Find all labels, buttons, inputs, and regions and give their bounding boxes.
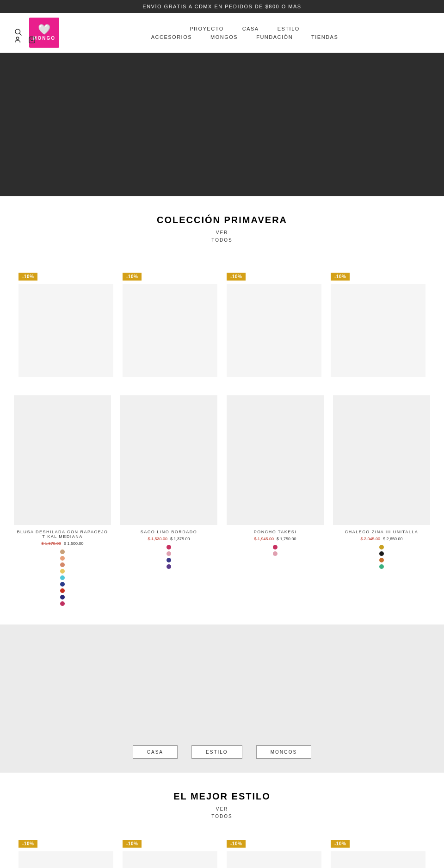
color-swatch[interactable] (60, 595, 65, 599)
logo-brand: MONGO (33, 36, 56, 41)
swatches-3 (227, 545, 324, 556)
bottom-image-4 (331, 851, 426, 868)
detail-prices-3: $ 1,945.00 $ 1,750.00 (227, 537, 324, 541)
swatches-2 (120, 545, 217, 569)
price-sale-2: $ 1,375.00 (170, 537, 190, 541)
nav-accesorios[interactable]: ACCESORIOS (151, 34, 192, 40)
color-swatch[interactable] (60, 575, 65, 580)
price-original-3: $ 1,945.00 (254, 537, 274, 541)
detail-prices-2: $ 1,530.00 $ 1,375.00 (120, 537, 217, 541)
detail-prices-4: $ 2,945.00 $ 2,650.00 (333, 537, 430, 541)
logo-icon: 🤍 (38, 25, 50, 35)
header-icons (14, 36, 36, 45)
detail-prices-1: $ 1,670.00 $ 1,500.00 (14, 541, 111, 546)
product-card-3[interactable]: -10% (222, 267, 326, 381)
product-card-1[interactable]: -10% (14, 267, 118, 381)
bottom-card-4[interactable]: -10% (326, 834, 430, 868)
bottom-card-1[interactable]: -10% (14, 834, 118, 868)
nav-fundacion[interactable]: FUNDACIÓN (256, 34, 293, 40)
svg-line-1 (19, 33, 21, 35)
bottom-image-3 (227, 851, 321, 868)
category-mongos-btn[interactable]: MONGOS (256, 745, 312, 759)
color-swatch[interactable] (379, 564, 384, 569)
detail-card-2[interactable]: SACO LINO BORDADO $ 1,530.00 $ 1,375.00 (120, 395, 217, 569)
detail-image-3 (227, 395, 324, 525)
collection-title: COLECCIÓN PRIMAVERA (14, 215, 430, 225)
discount-badge-1: -10% (18, 273, 37, 281)
products-detail-row: BLUSA DESHILADA CON RAPACEJO TIKAL MEDIA… (14, 395, 430, 606)
announcement-text: ENVÍO GRATIS A CDMX EN PEDIDOS DE $800 O… (142, 4, 301, 9)
categories-section: CASA ESTILO MONGOS (0, 624, 444, 773)
ver-todos-line1: VER (14, 229, 430, 237)
bottom-image-1 (18, 851, 113, 868)
swatches-4 (333, 545, 430, 569)
ver-todos-style-line1: VER (14, 806, 430, 813)
ver-todos-collection[interactable]: VER TODOS (14, 229, 430, 244)
product-image-4 (331, 284, 426, 377)
price-sale-4: $ 2,650.00 (383, 537, 403, 541)
ver-todos-line2: TODOS (14, 237, 430, 244)
detail-name-1: BLUSA DESHILADA CON RAPACEJO TIKAL MEDIA… (14, 530, 111, 539)
color-swatch[interactable] (166, 558, 171, 562)
nav-row-1: PROYECTO CASA ESTILO (190, 26, 300, 31)
account-icon[interactable] (14, 36, 21, 45)
color-swatch[interactable] (273, 551, 278, 556)
color-swatch[interactable] (60, 562, 65, 567)
collection-product-grid: -10% -10% -10% -10% (0, 258, 444, 391)
color-swatch[interactable] (60, 556, 65, 561)
color-swatch[interactable] (379, 545, 384, 550)
ver-todos-style[interactable]: VER TODOS (14, 806, 430, 820)
nav-proyecto[interactable]: PROYECTO (190, 26, 224, 31)
price-sale-1: $ 1,500.00 (64, 541, 84, 546)
category-casa-btn[interactable]: CASA (133, 745, 178, 759)
color-swatch[interactable] (273, 545, 278, 550)
bottom-card-3[interactable]: -10% (222, 834, 326, 868)
product-card-2[interactable]: -10% (118, 267, 222, 381)
detail-card-4[interactable]: CHALECO ZINA III UNITALLA $ 2,945.00 $ 2… (333, 395, 430, 569)
ver-todos-style-line2: TODOS (14, 813, 430, 820)
color-swatch[interactable] (379, 558, 384, 562)
hero-banner (0, 53, 444, 196)
detail-image-2 (120, 395, 217, 525)
best-style-section: EL MEJOR ESTILO VER TODOS (0, 773, 444, 830)
bottom-card-2[interactable]: -10% (118, 834, 222, 868)
color-swatch[interactable] (60, 601, 65, 606)
category-estilo-btn[interactable]: ESTILO (191, 745, 242, 759)
detail-name-4: CHALECO ZINA III UNITALLA (333, 530, 430, 534)
detail-card-3[interactable]: PONCHO TAKESI $ 1,945.00 $ 1,750.00 (227, 395, 324, 556)
color-swatch[interactable] (379, 551, 384, 556)
product-card-4[interactable]: -10% (326, 267, 430, 381)
color-swatch[interactable] (166, 545, 171, 550)
nav-row-2: ACCESORIOS MONGOS FUNDACIÓN TIENDAS (151, 34, 339, 40)
detail-image-4 (333, 395, 430, 525)
discount-badge-4: -10% (331, 273, 350, 281)
color-swatch[interactable] (60, 550, 65, 554)
swatches-1 (14, 550, 111, 606)
discount-badge-2: -10% (123, 273, 142, 281)
cart-icon[interactable] (28, 36, 36, 45)
price-sale-3: $ 1,750.00 (277, 537, 296, 541)
price-original-1: $ 1,670.00 (41, 541, 61, 546)
color-swatch[interactable] (60, 569, 65, 574)
svg-point-2 (16, 37, 18, 39)
bottom-badge-4: -10% (331, 840, 350, 848)
products-detail-section: BLUSA DESHILADA CON RAPACEJO TIKAL MEDIA… (0, 391, 444, 624)
nav-estilo[interactable]: ESTILO (278, 26, 300, 31)
bottom-badge-3: -10% (227, 840, 246, 848)
svg-point-0 (15, 29, 20, 34)
color-swatch[interactable] (166, 551, 171, 556)
product-image-1 (18, 284, 113, 377)
color-swatch[interactable] (60, 582, 65, 587)
price-original-4: $ 2,945.00 (360, 537, 380, 541)
detail-name-3: PONCHO TAKESI (227, 530, 324, 534)
color-swatch[interactable] (60, 588, 65, 593)
nav-casa[interactable]: CASA (242, 26, 259, 31)
detail-image-1 (14, 395, 111, 525)
product-image-2 (123, 284, 217, 377)
detail-card-1[interactable]: BLUSA DESHILADA CON RAPACEJO TIKAL MEDIA… (14, 395, 111, 606)
detail-name-2: SACO LINO BORDADO (120, 530, 217, 534)
color-swatch[interactable] (166, 564, 171, 569)
header: 🤍 MONGO PROYECTO CASA ESTILO ACCESORIOS … (0, 13, 444, 53)
nav-tiendas[interactable]: TIENDAS (311, 34, 338, 40)
nav-mongos[interactable]: MONGOS (210, 34, 238, 40)
